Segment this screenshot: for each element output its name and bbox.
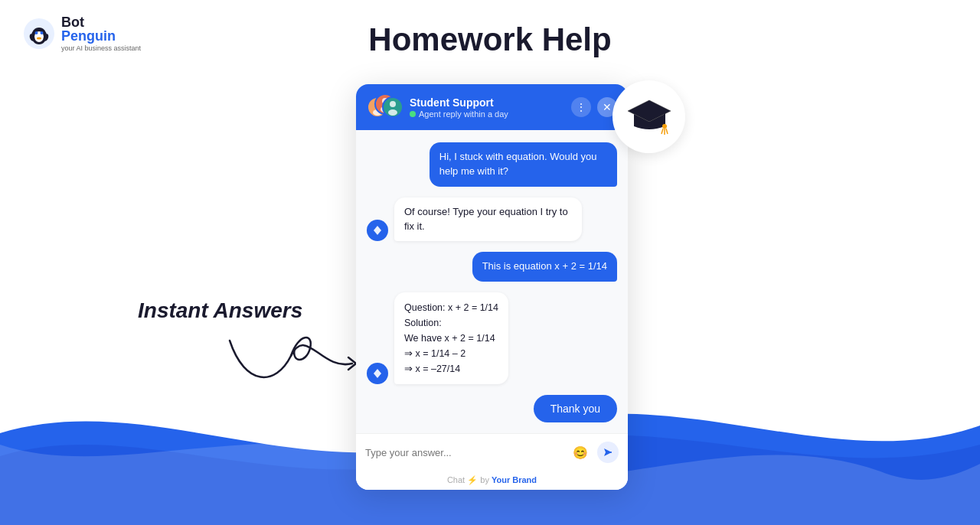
avatar-group [367,93,402,121]
solution-line-1: Question: x + 2 = 1/14 [404,302,498,313]
solution-line-3: We have x + 2 = 1/14 [404,333,495,344]
graduation-cap [612,80,685,153]
message-row-1: Hi, I stuck with equation. Would you hel… [367,142,617,187]
svg-point-19 [390,101,396,107]
footer-by-label: by [480,475,489,484]
message-row-2: Of course! Type your equation I try to f… [367,197,617,242]
chat-messages: Hi, I stuck with equation. Would you hel… [356,130,628,433]
footer-brand-link[interactable]: Your Brand [492,475,537,484]
thank-you-row: Thank you [367,395,617,422]
menu-button[interactable]: ⋮ [571,97,591,117]
logo-icon [23,18,55,50]
bot-bubble-solution: Question: x + 2 = 1/14 Solution: We have… [394,292,508,384]
user-bubble-1: Hi, I stuck with equation. Would you hel… [430,142,617,187]
status-indicator [410,111,416,117]
solution-line-4: ⇒ x = 1/14 – 2 [404,348,466,359]
svg-point-5 [37,38,41,40]
logo-penguin: Penguin [61,29,141,43]
page-title: Homework Help [368,21,611,58]
svg-point-10 [662,124,667,129]
header-info: Student Support Agent reply within a day [410,96,564,119]
logo-bot: Bot [61,15,141,29]
instant-answers-heading: Instant Answers [138,298,302,323]
emoji-button[interactable]: 😊 [570,442,591,463]
message-row-3: This is equation x + 2 = 1/14 [367,252,617,282]
chat-header-status: Agent reply within a day [410,109,564,119]
chat-input[interactable] [365,447,564,458]
bot-avatar-icon [367,220,388,241]
logo-tagline: your AI business assistant [61,44,141,52]
svg-line-11 [662,129,663,134]
message-row-4: Question: x + 2 = 1/14 Solution: We have… [367,292,617,384]
header-actions: ⋮ ✕ [571,97,617,117]
bot-avatar-icon-2 [367,363,388,384]
footer-chat-label: Chat [447,475,465,484]
svg-point-3 [35,31,38,34]
svg-line-13 [666,129,668,134]
solution-line-2: Solution: [404,318,442,328]
bot-bubble-1: Of course! Type your equation I try to f… [394,197,582,242]
avatar-3 [382,96,403,118]
logo: Bot Penguin your AI business assistant [23,15,141,52]
chat-footer: Chat ⚡ by Your Brand [356,471,628,490]
chat-window: Student Support Agent reply within a day… [356,84,628,490]
lightning-icon: ⚡ [467,475,478,484]
user-bubble-2: This is equation x + 2 = 1/14 [472,252,617,282]
logo-text: Bot Penguin your AI business assistant [61,15,141,52]
svg-point-4 [41,31,44,34]
instant-answers-section: Instant Answers [138,298,302,323]
svg-point-20 [388,109,397,116]
send-button[interactable] [597,442,619,463]
chat-status-text: Agent reply within a day [419,109,508,119]
decorative-arrow [214,325,368,402]
chat-input-area: 😊 [356,433,628,471]
graduation-cap-icon [626,94,672,140]
solution-line-5: ⇒ x = –27/14 [404,364,460,374]
thank-you-button[interactable]: Thank you [534,395,617,422]
chat-header: Student Support Agent reply within a day… [356,84,628,130]
chat-header-name: Student Support [410,96,564,109]
